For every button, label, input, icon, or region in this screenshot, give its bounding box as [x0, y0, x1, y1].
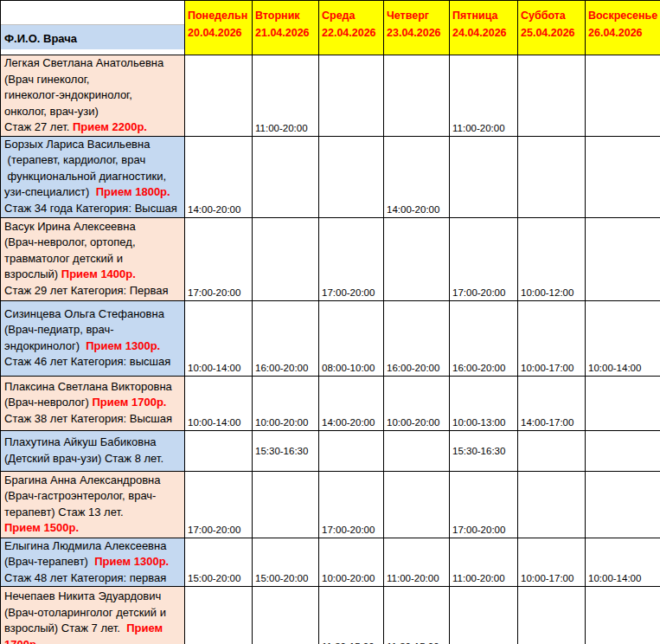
doctor-text: (Врач-отоларинголог детский и: [4, 606, 166, 619]
doctor-info-line: Елыгина Людмила Алексеевна: [4, 538, 183, 555]
schedule-empty-cell: [586, 471, 660, 538]
schedule-empty-cell: [586, 217, 660, 300]
schedule-time-cell: 11:00-20:00: [450, 55, 518, 137]
price-text: Прием 1300р.: [94, 555, 169, 568]
doctor-text: (Врач-невролог, ортопед,: [4, 235, 136, 248]
price-text: 1700р.: [4, 638, 39, 644]
price-text: Прием 2200р.: [73, 120, 147, 133]
schedule-empty-cell: [586, 136, 660, 217]
price-text: Прием 1300р.: [86, 339, 160, 352]
schedule-table: Ф.И.О. Врача Понедельн 20.04.2026Вторник…: [0, 0, 660, 644]
schedule-empty-cell: [253, 217, 319, 300]
doctor-text: Елыгина Людмила Алексеевна: [4, 539, 166, 552]
doctor-text: (терапевт, кардиолог, врач: [4, 153, 145, 166]
doctor-info-line: (Врач-отоларинголог детский и: [4, 605, 183, 621]
schedule-empty-cell: [185, 55, 253, 137]
schedule-time-cell: 10:00-20:00: [253, 376, 319, 430]
day-header-cell-5: Пятница 24.04.2026: [450, 1, 518, 55]
schedule-time-cell: 17:00-20:00: [450, 471, 518, 538]
doctor-text: гинеколог-эндокринолог,: [4, 88, 132, 101]
doctor-info-line: (Детский врач-узи) Стаж 8 лет.: [4, 451, 183, 467]
schedule-empty-cell: [185, 587, 253, 644]
schedule-time-cell: 10:00-17:00: [518, 300, 586, 376]
doctor-info-line: (Врач-педиатр, врач-: [4, 322, 183, 338]
day-header-cell-3: Среда 22.04.2026: [319, 1, 384, 55]
doctor-info-cell: Плаксина Светлана Викторовна(Врач-неврол…: [1, 376, 185, 430]
schedule-time-cell: 17:00-20:00: [319, 217, 384, 300]
schedule-time-cell: 17:00-20:00: [185, 217, 253, 300]
price-text: Прием 1800р.: [96, 185, 170, 198]
schedule-time-cell: 11:00-20:00: [450, 538, 518, 587]
schedule-time-cell: 10:00-14:00: [586, 300, 660, 376]
schedule-time-cell: 10:00-13:00: [450, 376, 518, 430]
schedule-empty-cell: [319, 430, 384, 471]
doctor-info-line: (Врач-терапевт) Прием 1300р.: [4, 554, 183, 570]
doctor-info-line: (Врач-гастроэнтеролог, врач-: [4, 488, 183, 505]
doctor-text: эндокринолог): [4, 339, 86, 352]
schedule-empty-cell: [319, 136, 384, 217]
doctor-info-line: эндокринолог) Прием 1300р.: [4, 338, 183, 355]
doctor-info-line: 1700р.: [4, 637, 183, 644]
doctor-text: функциональной диагностики,: [4, 170, 166, 183]
doctor-text: Стаж 27 лет.: [4, 120, 73, 133]
schedule-time-cell: 10:00-20:00: [384, 376, 450, 430]
price-text: Прием 1500р.: [4, 521, 79, 534]
doctor-info-cell: Борзых Лариса Васильевна (терапевт, кард…: [1, 136, 185, 217]
schedule-time-cell: 10:00-14:00: [586, 538, 660, 587]
schedule-time-cell: 11:00-20:00: [384, 538, 450, 587]
doctor-text: (Врач-педиатр, врач-: [4, 323, 114, 336]
doctor-info-line: онколог, врач-узи): [4, 104, 183, 120]
doctor-row: Васук Ирина Алексеевна(Врач-невролог, ор…: [1, 217, 660, 300]
schedule-time-cell: 17:00-20:00: [185, 471, 253, 538]
schedule-empty-cell: [450, 587, 518, 644]
schedule-time-cell: 10:00-14:00: [185, 300, 253, 376]
doctor-info-line: терапевт) Стаж 13 лет.: [4, 505, 183, 521]
doctor-info-line: Стаж 34 года Категория: Высшая: [4, 201, 183, 217]
doctor-text: Стаж 38 лет Категория: Высшая: [4, 412, 172, 425]
doctor-info-line: Плахутина Айкуш Бабиковна: [4, 435, 183, 451]
doctor-info-cell: Нечепаев Никита Эдуардович(Врач-отоларин…: [1, 587, 185, 644]
doctor-info-line: узи-специалист) Прием 1800р.: [4, 184, 183, 201]
doctor-row: Сизинцева Ольга Стефановна(Врач-педиатр,…: [1, 300, 660, 376]
doctor-info-line: Прием 1500р.: [4, 520, 183, 537]
doctor-info-line: функциональной диагностики,: [4, 169, 183, 185]
corner-empty-area: [1, 1, 184, 25]
doctor-info-line: Сизинцева Ольга Стефановна: [4, 306, 183, 323]
doctor-info-cell: Сизинцева Ольга Стефановна(Врач-педиатр,…: [1, 300, 185, 376]
doctor-info-line: Нечепаев Никита Эдуардович: [4, 589, 183, 605]
schedule-time-cell: 10:00-12:00: [518, 217, 586, 300]
price-text: Прием: [126, 621, 163, 634]
schedule-empty-cell: [253, 136, 319, 217]
schedule-empty-cell: [384, 430, 450, 471]
day-header-cell-6: Суббота 25.04.2026: [518, 1, 586, 55]
schedule-empty-cell: [586, 430, 660, 471]
doctor-text: (Врач-терапевт): [4, 555, 94, 568]
doctor-info-cell: Брагина Анна Александровна(Врач-гастроэн…: [1, 471, 185, 538]
doctor-info-cell: Плахутина Айкуш Бабиковна(Детский врач-у…: [1, 430, 185, 471]
schedule-empty-cell: [384, 55, 450, 137]
price-text: Прием 1400р.: [61, 267, 136, 280]
header-row: Ф.И.О. Врача Понедельн 20.04.2026Вторник…: [1, 1, 660, 55]
schedule-empty-cell: [253, 471, 319, 538]
schedule-empty-cell: [185, 430, 253, 471]
schedule-time-cell: 14:00-20:00: [319, 376, 384, 430]
schedule-time-cell: 11:00-20:00: [253, 55, 319, 137]
doctor-text: взрослый): [4, 267, 61, 280]
schedule-time-cell: 11:30-15:00: [384, 587, 450, 644]
schedule-time-cell: 10:00-20:00: [319, 538, 384, 587]
schedule-empty-cell: [384, 217, 450, 300]
schedule-time-cell: 14:00-20:00: [384, 136, 450, 217]
schedule-empty-cell: [586, 376, 660, 430]
doctor-row: Брагина Анна Александровна(Врач-гастроэн…: [1, 471, 660, 538]
doctor-text: Легкая Светлана Анатольевна: [4, 56, 163, 69]
doctor-text: Сизинцева Ольга Стефановна: [4, 307, 164, 320]
schedule-empty-cell: [450, 136, 518, 217]
doctor-row: Нечепаев Никита Эдуардович(Врач-отоларин…: [1, 587, 660, 644]
schedule-time-cell: 10:00-14:00: [185, 376, 253, 430]
schedule-time-cell: 15:00-20:00: [253, 538, 319, 587]
schedule-time-cell: 17:00-20:00: [450, 217, 518, 300]
doctor-info-line: (Врач гинеколог,: [4, 72, 183, 88]
doctor-text: Стаж 46 лет Категория: высшая: [4, 355, 170, 368]
schedule-time-cell: 11:30-15:00: [319, 587, 384, 644]
doctor-info-line: Стаж 27 лет. Прием 2200р.: [4, 119, 183, 136]
